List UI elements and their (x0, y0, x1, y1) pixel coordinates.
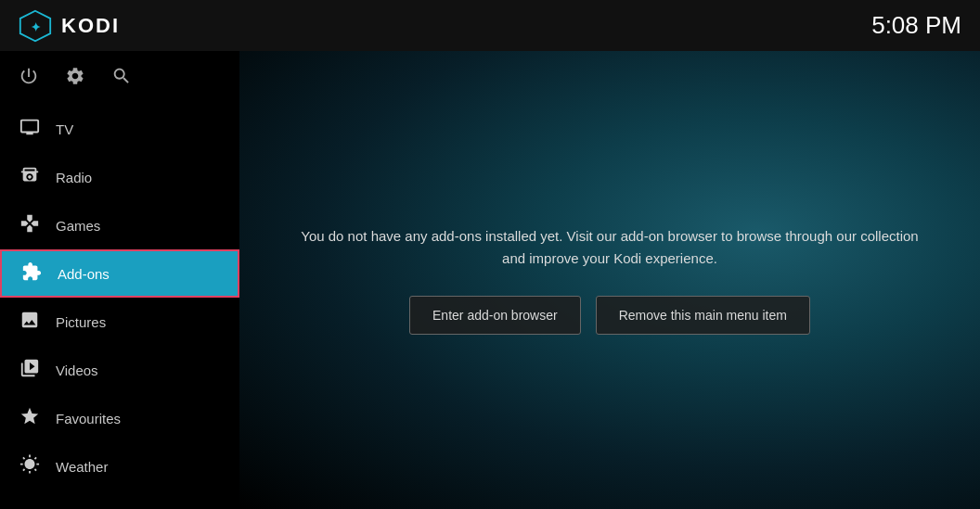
settings-icon[interactable] (65, 66, 85, 91)
content-message: You do not have any add-ons installed ye… (294, 225, 925, 270)
sidebar-item-favourites[interactable]: Favourites (0, 394, 239, 442)
clock: 5:08 PM (871, 11, 961, 40)
pictures-icon (19, 310, 41, 335)
weather-icon (19, 454, 41, 479)
top-bar: ✦ KODI 5:08 PM (0, 0, 980, 51)
sidebar-menu: TV Radio Games Add-ons (0, 105, 239, 509)
kodi-title: KODI (61, 14, 120, 38)
main-layout: TV Radio Games Add-ons (0, 51, 980, 509)
sidebar-item-weather-label: Weather (56, 459, 108, 475)
enter-addon-browser-button[interactable]: Enter add-on browser (409, 296, 581, 335)
addons-icon (20, 261, 43, 286)
search-icon[interactable] (111, 66, 132, 91)
sidebar-item-pictures[interactable]: Pictures (0, 298, 239, 346)
sidebar-item-radio-label: Radio (56, 170, 92, 185)
power-icon[interactable] (19, 66, 39, 91)
kodi-logo: ✦ KODI (19, 9, 120, 43)
sidebar-item-weather[interactable]: Weather (0, 442, 239, 490)
sidebar-item-tv-label: TV (56, 121, 73, 137)
sidebar-item-addons-label: Add-ons (58, 266, 110, 282)
sidebar-item-radio[interactable]: Radio (0, 153, 239, 201)
sidebar-item-pictures-label: Pictures (56, 314, 106, 330)
sidebar: TV Radio Games Add-ons (0, 51, 239, 509)
radio-icon (19, 165, 41, 190)
sidebar-item-addons[interactable]: Add-ons (0, 249, 239, 298)
svg-text:✦: ✦ (31, 21, 41, 34)
sidebar-item-videos[interactable]: Videos (0, 346, 239, 394)
tv-icon (19, 117, 41, 142)
sidebar-item-videos-label: Videos (56, 363, 98, 378)
content-buttons: Enter add-on browser Remove this main me… (409, 296, 810, 335)
sidebar-toolbar (0, 51, 239, 105)
sidebar-item-tv[interactable]: TV (0, 105, 239, 153)
kodi-logo-icon: ✦ (19, 9, 52, 43)
sidebar-item-favourites-label: Favourites (56, 411, 121, 426)
star-icon (19, 406, 41, 431)
remove-main-menu-item-button[interactable]: Remove this main menu item (596, 296, 810, 335)
gamepad-icon (19, 213, 41, 238)
sidebar-item-games-label: Games (56, 218, 100, 234)
sidebar-item-games[interactable]: Games (0, 201, 239, 249)
videos-icon (19, 358, 41, 383)
main-content: You do not have any add-ons installed ye… (239, 51, 980, 509)
